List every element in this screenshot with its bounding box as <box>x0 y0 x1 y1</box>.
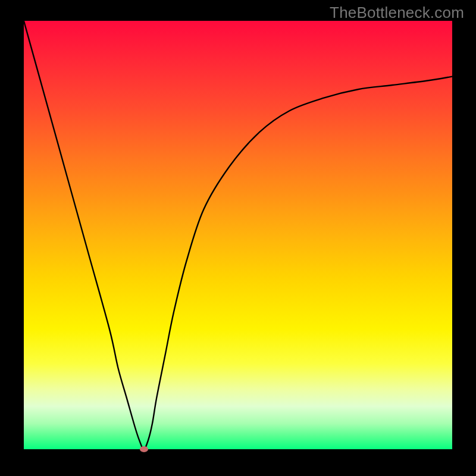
minimum-marker <box>140 446 148 452</box>
bottleneck-curve <box>24 21 452 449</box>
chart-frame: TheBottleneck.com <box>0 0 476 476</box>
curve-path <box>24 21 452 449</box>
plot-area <box>24 21 452 449</box>
watermark-text: TheBottleneck.com <box>330 4 464 22</box>
